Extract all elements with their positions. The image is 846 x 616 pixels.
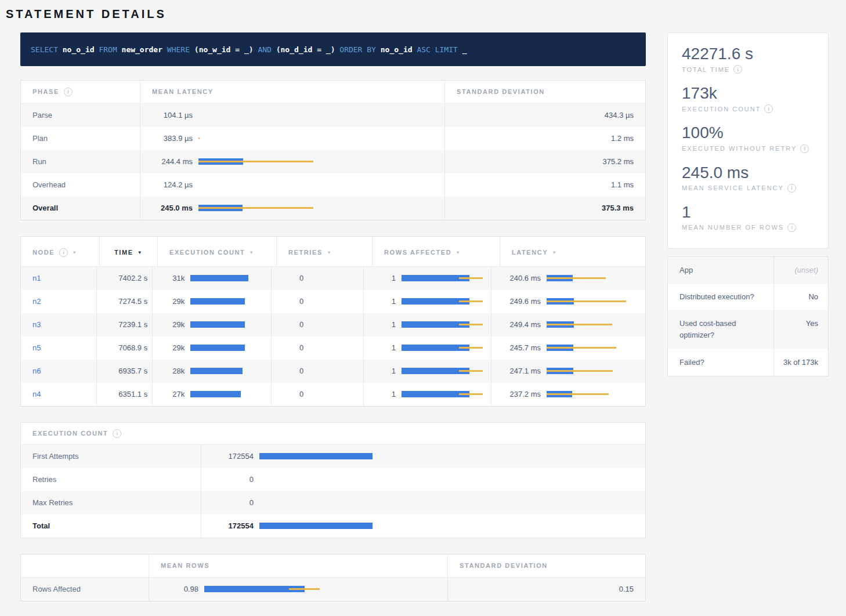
mean-rows-header-label: MEAN ROWS — [161, 561, 209, 570]
execution-count-row-value: 0 — [213, 474, 254, 485]
mean-latency-cell: 383.9 µs — [140, 127, 444, 150]
node-column-header[interactable]: NODE i ▼ — [21, 237, 99, 266]
phase-label: Parse — [21, 104, 140, 127]
mean-rows-bar — [204, 586, 448, 593]
retries-cell: 0 — [271, 336, 363, 360]
rows-affected-cell: 1 — [363, 360, 491, 383]
bar-stddev-line — [459, 324, 483, 325]
execution-count-cell: 28k — [152, 360, 271, 383]
execution-count-table-body: First Attempts172554Retries0Max Retries0… — [21, 445, 645, 538]
info-icon[interactable]: i — [113, 429, 121, 438]
side-column: 42271.6 sTOTAL TIMEi173kEXECUTION COUNTi… — [667, 32, 829, 376]
summary-stat-label: EXECUTED WITHOUT RETRYi — [682, 144, 814, 153]
node-link[interactable]: n5 — [32, 343, 41, 353]
rows-affected-value: 1 — [375, 296, 396, 307]
bar-stddev-line — [459, 277, 483, 279]
mean-latency-bar — [198, 112, 442, 119]
time-value: 6935.7 s — [96, 360, 152, 383]
latency-column-header[interactable]: LATENCY ▼ — [500, 237, 645, 266]
info-icon[interactable]: i — [787, 223, 796, 232]
summary-stat-label-text: EXECUTED WITHOUT RETRY — [682, 145, 797, 152]
node-link[interactable]: n6 — [32, 366, 41, 376]
rows-affected-bar — [402, 391, 489, 398]
execution-count-row-bar — [259, 453, 634, 460]
phase-row: Parse104.1 µs434.3 µs — [21, 104, 645, 127]
execution-count-row-value: 172554 — [213, 451, 254, 462]
phase-row: Plan383.9 µs1.2 ms — [21, 127, 645, 150]
sql-token-pl: _ — [462, 45, 467, 54]
latency-value: 237.2 ms — [503, 389, 541, 400]
execution-count-bar — [190, 345, 269, 352]
info-icon[interactable]: i — [59, 248, 68, 257]
execution-count-value: 27k — [164, 389, 185, 400]
bar-mean-segment — [190, 298, 245, 305]
bar-stddev-line — [547, 277, 606, 279]
retries-cell: 0 — [271, 290, 363, 313]
mean-latency-column-header: MEAN LATENCY — [140, 81, 444, 103]
summary-stat-value: 245.0 ms — [682, 164, 814, 182]
latency-bar — [547, 345, 634, 352]
mean-latency-bar — [198, 182, 442, 189]
latency-value: 247.1 ms — [503, 366, 541, 376]
latency-value: 240.6 ms — [503, 273, 541, 284]
info-icon[interactable]: i — [764, 104, 773, 113]
rows-affected-bar — [402, 275, 489, 282]
sort-desc-icon: ▼ — [249, 249, 255, 256]
sql-token-id: no_w_id — [199, 45, 231, 54]
mean-rows-value: 0.98 — [161, 584, 198, 595]
latency-cell: 245.7 ms — [491, 336, 645, 360]
latency-cell: 247.1 ms — [491, 360, 645, 383]
execution-count-row-label: Max Retries — [21, 491, 201, 514]
node-link[interactable]: n3 — [32, 320, 41, 330]
node-header-label: NODE — [32, 248, 55, 257]
rows-affected-value: 1 — [375, 389, 396, 400]
sql-token-id: no_o_id — [63, 45, 95, 54]
rows-affected-header-label: ROWS AFFECTED — [384, 248, 451, 257]
execution-count-cell: 27k — [152, 383, 271, 406]
rows-affected-cell: 1 — [363, 290, 491, 313]
execution-count-row-value: 0 — [213, 498, 254, 508]
execution-count-row-label: First Attempts — [21, 445, 201, 468]
node-link[interactable]: n1 — [32, 273, 41, 284]
rows-affected-bar — [402, 368, 489, 375]
summary-stat-label: EXECUTION COUNTi — [682, 104, 814, 113]
latency-bar — [547, 368, 634, 375]
summary-stat-value: 1 — [682, 203, 814, 222]
latency-value: 249.6 ms — [503, 296, 541, 307]
retries-value: 0 — [283, 343, 303, 353]
page-title: STATEMENT DETAILS — [0, 0, 846, 32]
mean-latency-cell: 245.0 ms — [140, 197, 444, 220]
time-column-header[interactable]: TIME ▼ — [99, 237, 157, 266]
bar-mean-segment — [190, 275, 248, 281]
info-icon[interactable]: i — [733, 65, 742, 74]
node-cell: n1 — [21, 267, 96, 290]
info-icon[interactable]: i — [787, 184, 796, 193]
bar-stddev-line — [547, 324, 612, 325]
latency-cell: 240.6 ms — [491, 267, 645, 290]
execution-count-bar — [190, 368, 269, 375]
execution-count-row-value: 172554 — [213, 521, 254, 531]
mean-latency-cell: 124.2 µs — [140, 173, 444, 197]
sort-desc-icon: ▼ — [552, 249, 558, 256]
execution-count-column-header[interactable]: EXECUTION COUNT ▼ — [157, 237, 276, 266]
node-row: n66935.7 s28k01247.1 ms — [21, 360, 645, 383]
info-icon[interactable]: i — [800, 144, 809, 153]
rows-affected-column-header[interactable]: ROWS AFFECTED ▼ — [372, 237, 500, 266]
rows-affected-bar — [402, 345, 489, 352]
std-dev-value: 1.1 ms — [444, 173, 645, 197]
node-link[interactable]: n2 — [32, 296, 41, 307]
info-icon[interactable]: i — [64, 88, 73, 96]
rows-affected-cell: 1 — [363, 267, 491, 290]
rows-affected-value: 1 — [375, 343, 396, 353]
summary-stat-label: MEAN NUMBER OF ROWSi — [682, 223, 814, 232]
bar-stddev-line — [547, 300, 626, 302]
details-row-value: No — [773, 284, 828, 310]
bar-mean-segment — [259, 523, 373, 529]
node-link[interactable]: n4 — [32, 389, 41, 400]
sql-token-id: new_order — [122, 45, 162, 54]
details-row: Used cost-based optimizer?Yes — [668, 310, 828, 349]
sql-token-kw: ASC LIMIT — [417, 45, 462, 54]
execution-count-cell: 29k — [152, 313, 271, 336]
std-dev-value: 434.3 µs — [444, 104, 645, 127]
retries-column-header[interactable]: RETRIES ▼ — [276, 237, 372, 266]
